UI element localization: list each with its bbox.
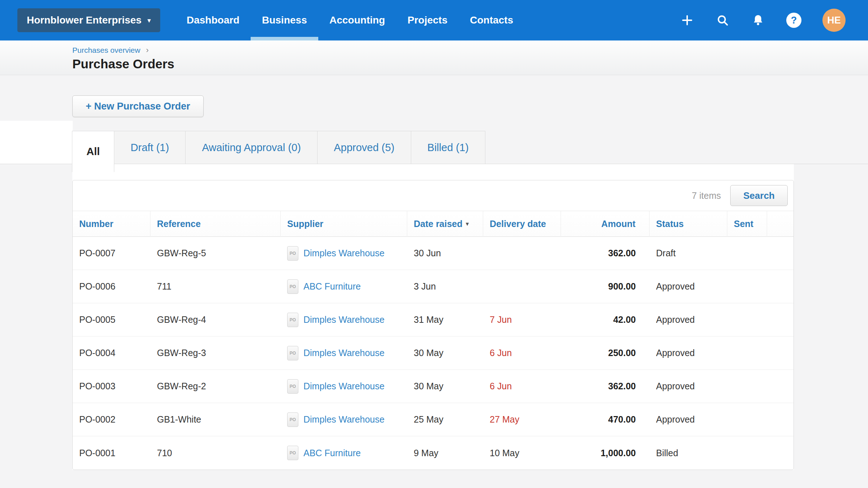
supplier-link[interactable]: Dimples Warehouse [303,348,384,358]
cell-delivery_date: 6 Jun [483,381,561,391]
cell-number: PO-0006 [73,281,150,292]
table-header-row: NumberReferenceSupplierDate raised▾Deliv… [73,211,793,237]
help-icon[interactable]: ? [786,13,801,28]
cell-date_raised: 30 May [407,348,483,358]
org-selector-button[interactable]: Hornblower Enterprises ▾ [17,8,160,32]
tab-awaiting-approval-0[interactable]: Awaiting Approval (0) [185,131,318,164]
po-document-icon: PO [287,313,298,327]
table-row-po-0002[interactable]: PO-0002GB1-WhitePODimples Warehouse25 Ma… [73,403,793,436]
column-header-status[interactable]: Status [650,211,727,237]
cell-delivery_date: 6 Jun [483,348,561,358]
column-header-sent[interactable]: Sent [727,211,767,237]
nav-icon-group: ? HE [680,9,846,32]
table-row-po-0006[interactable]: PO-0006711POABC Furniture3 Jun900.00Appr… [73,270,793,303]
po-document-icon: PO [287,412,298,427]
column-header-reference[interactable]: Reference [150,211,281,237]
cell-supplier: POABC Furniture [281,279,407,294]
table-body: PO-0007GBW-Reg-5PODimples Warehouse30 Ju… [73,237,793,470]
cell-reference: GBW-Reg-5 [150,248,281,258]
po-document-icon: PO [287,346,298,360]
tab-approved-5[interactable]: Approved (5) [317,131,411,164]
sort-caret-icon: ▾ [466,220,469,228]
cell-reference: 710 [150,448,281,458]
cell-status: Approved [650,348,727,358]
cell-number: PO-0005 [73,314,150,325]
purchase-orders-table: 7 items Search NumberReferenceSupplierDa… [72,180,794,470]
table-row-po-0004[interactable]: PO-0004GBW-Reg-3PODimples Warehouse30 Ma… [73,337,793,370]
tab-all[interactable]: All [72,131,114,172]
cell-amount: 900.00 [561,281,650,292]
cell-number: PO-0001 [73,448,150,458]
breadcrumb-link-purchases-overview[interactable]: Purchases overview [72,46,140,54]
table-row-po-0007[interactable]: PO-0007GBW-Reg-5PODimples Warehouse30 Ju… [73,237,793,270]
cell-supplier: POABC Furniture [281,446,407,460]
cell-status: Approved [650,281,727,292]
page-title: Purchase Orders [72,57,868,71]
supplier-link[interactable]: Dimples Warehouse [303,248,384,258]
avatar[interactable]: HE [822,9,846,32]
tab-draft-1[interactable]: Draft (1) [114,131,186,164]
main-menu: DashboardBusinessAccountingProjectsConta… [175,0,524,40]
column-header-supplier[interactable]: Supplier [281,211,407,237]
cell-reference: GBW-Reg-3 [150,348,281,358]
po-document-icon: PO [287,246,298,261]
cell-reference: 711 [150,281,281,292]
supplier-link[interactable]: Dimples Warehouse [303,381,384,391]
supplier-link[interactable]: ABC Furniture [303,281,361,292]
po-document-icon: PO [287,279,298,294]
column-header-delivery-date[interactable]: Delivery date [483,211,561,237]
bell-icon[interactable] [751,13,765,27]
cell-number: PO-0004 [73,348,150,358]
cell-amount: 42.00 [561,314,650,325]
column-header-filler [767,211,793,237]
cell-supplier: PODimples Warehouse [281,412,407,427]
table-row-po-0003[interactable]: PO-0003GBW-Reg-2PODimples Warehouse30 Ma… [73,370,793,403]
table-row-po-0001[interactable]: PO-0001710POABC Furniture9 May10 May1,00… [73,436,793,470]
top-nav: Hornblower Enterprises ▾ DashboardBusine… [0,0,868,40]
content-panel: 7 items Search NumberReferenceSupplierDa… [72,164,794,470]
search-icon[interactable] [715,13,730,27]
org-name: Hornblower Enterprises [27,14,141,26]
cell-number: PO-0003 [73,381,150,391]
cell-number: PO-0002 [73,414,150,425]
caret-down-icon: ▾ [147,16,151,25]
table-row-po-0005[interactable]: PO-0005GBW-Reg-4PODimples Warehouse31 Ma… [73,303,793,337]
po-document-icon: PO [287,379,298,394]
cell-reference: GBW-Reg-4 [150,314,281,325]
cell-supplier: PODimples Warehouse [281,379,407,394]
nav-item-business[interactable]: Business [251,0,318,40]
new-purchase-order-button[interactable]: + New Purchase Order [72,95,204,117]
cell-supplier: PODimples Warehouse [281,346,407,360]
cell-date_raised: 30 May [407,381,483,391]
column-header-date-raised[interactable]: Date raised▾ [407,211,483,237]
cell-amount: 1,000.00 [561,448,650,458]
cell-amount: 362.00 [561,381,650,391]
column-header-amount[interactable]: Amount [561,211,650,237]
po-document-icon: PO [287,446,298,460]
nav-item-contacts[interactable]: Contacts [459,0,524,40]
cell-date_raised: 9 May [407,448,483,458]
cell-status: Approved [650,414,727,425]
cell-status: Approved [650,381,727,391]
plus-icon[interactable] [680,13,694,27]
nav-item-accounting[interactable]: Accounting [318,0,396,40]
supplier-link[interactable]: Dimples Warehouse [303,414,384,425]
search-button[interactable]: Search [730,185,788,206]
cell-date_raised: 3 Jun [407,281,483,292]
supplier-link[interactable]: ABC Furniture [303,448,361,458]
cell-status: Draft [650,248,727,258]
tab-billed-1[interactable]: Billed (1) [411,131,485,164]
supplier-link[interactable]: Dimples Warehouse [303,314,384,325]
cell-delivery_date: 10 May [483,448,561,458]
items-count: 7 items [692,191,721,201]
cell-supplier: PODimples Warehouse [281,313,407,327]
cell-date_raised: 30 Jun [407,248,483,258]
nav-item-projects[interactable]: Projects [396,0,459,40]
cell-delivery_date: 27 May [483,414,561,425]
cell-date_raised: 31 May [407,314,483,325]
cell-reference: GBW-Reg-2 [150,381,281,391]
breadcrumb: Purchases overview › [72,46,868,55]
status-tab-strip: AllDraft (1)Awaiting Approval (0)Approve… [0,131,868,164]
column-header-number[interactable]: Number [73,211,150,237]
nav-item-dashboard[interactable]: Dashboard [175,0,251,40]
